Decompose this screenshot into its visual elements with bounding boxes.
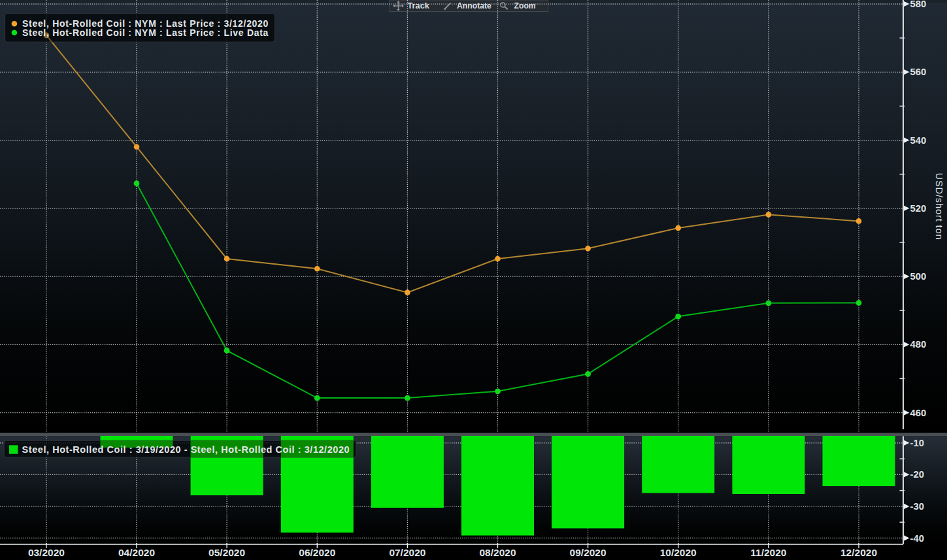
svg-text:-10: -10 <box>910 438 924 448</box>
svg-text:09/2020: 09/2020 <box>570 547 606 558</box>
svg-text:10/2020: 10/2020 <box>660 547 697 558</box>
svg-text:Annotate: Annotate <box>457 1 491 10</box>
svg-text:520: 520 <box>910 203 927 214</box>
svg-text:460: 460 <box>910 408 927 418</box>
svg-text:05/2020: 05/2020 <box>208 547 245 558</box>
svg-text:07/2020: 07/2020 <box>389 547 425 558</box>
svg-text:500: 500 <box>910 271 927 282</box>
svg-text:USD/short ton: USD/short ton <box>934 173 944 240</box>
svg-text:11/2020: 11/2020 <box>750 547 786 558</box>
svg-text:Track: Track <box>408 1 430 10</box>
svg-text:540: 540 <box>910 135 927 146</box>
svg-text:Steel, Hot-Rolled Coil : NYM :: Steel, Hot-Rolled Coil : NYM : Last Pric… <box>22 27 269 38</box>
svg-text:08/2020: 08/2020 <box>479 547 516 558</box>
svg-text:560: 560 <box>910 67 927 77</box>
svg-text:06/2020: 06/2020 <box>299 547 335 558</box>
svg-text:12/2020: 12/2020 <box>840 547 877 558</box>
svg-text:580: 580 <box>910 0 927 9</box>
svg-text:-20: -20 <box>910 469 924 480</box>
svg-text:480: 480 <box>910 339 927 350</box>
svg-text:04/2020: 04/2020 <box>118 547 155 558</box>
svg-text:Steel, Hot-Rolled Coil : 3/19/: Steel, Hot-Rolled Coil : 3/19/2020 - Ste… <box>22 444 350 455</box>
svg-text:03/2020: 03/2020 <box>28 547 65 558</box>
svg-text:Zoom: Zoom <box>514 1 536 10</box>
svg-text:-40: -40 <box>910 533 924 544</box>
svg-text:-30: -30 <box>910 501 924 512</box>
